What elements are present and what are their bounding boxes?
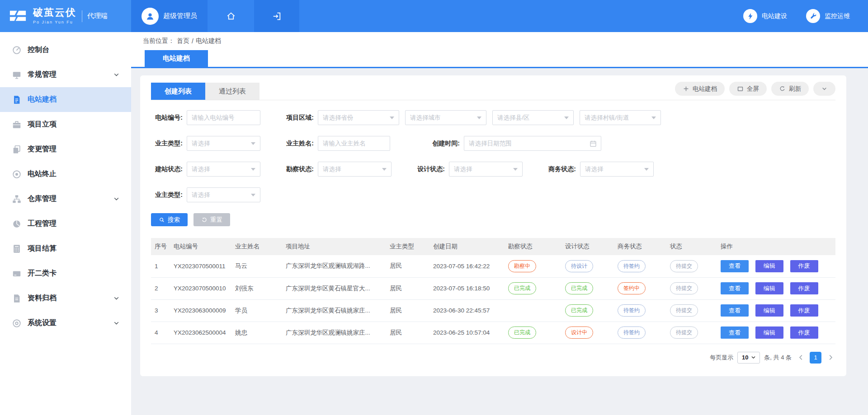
sidebar-item-station-archive[interactable]: 电站建档 [0,87,131,112]
edit-button[interactable]: 编辑 [755,282,783,294]
next-page-button[interactable] [826,352,835,364]
reset-icon [201,217,208,223]
owner-name-label: 业主姓名: [282,140,314,148]
pagination: 每页显示 10 条, 共 4 条 1 [151,352,835,364]
prev-page-button[interactable] [796,352,806,364]
cell-type: 居民 [386,255,429,277]
sitemap-icon [12,194,22,204]
caret-down-icon [382,168,387,171]
view-button[interactable]: 查看 [721,304,749,317]
breadcrumb-separator: / [192,37,193,45]
breadcrumb-home-link[interactable]: 首页 [177,37,189,45]
survey-status-badge: 已完成 [508,326,536,339]
town-select[interactable]: 请选择村镇/街道 [580,110,661,125]
search-button[interactable]: 搜索 [151,213,188,226]
sidebar-item-system-settings[interactable]: 系统设置 [0,311,131,336]
view-button[interactable]: 查看 [721,326,749,339]
sidebar-item-project-settlement[interactable]: 项目结算 [0,236,131,261]
user-avatar-icon [142,8,159,25]
cell-type: 居民 [386,299,429,322]
chevron-down-icon [113,294,120,302]
date-range-input[interactable] [464,136,601,151]
edit-button[interactable]: 编辑 [755,304,783,317]
business-status-badge: 待签约 [618,260,646,272]
fullscreen-icon [737,85,744,92]
sidebar-item-label: 开二类卡 [28,269,120,278]
nav-monitor-ops-label: 监控运维 [825,12,850,20]
view-button[interactable]: 查看 [721,282,749,294]
table-row: 1 YX2023070500011 马云 广东深圳龙华区观澜镇观湖路... 居民… [151,255,835,277]
col-status: 状态 [666,238,717,255]
fullscreen-button[interactable]: 全屏 [729,82,767,96]
refresh-icon [779,85,786,92]
sidebar-item-change-mgmt[interactable]: 变更管理 [0,137,131,162]
card-header: 创建列表 通过列表 电站建档 全屏 [151,82,835,100]
current-user[interactable]: 超级管理员 [131,0,208,32]
col-business: 商务状态 [614,238,666,255]
owner-type-select[interactable]: 请选择 [187,136,260,151]
calendar-icon [589,140,597,148]
view-button[interactable]: 查看 [721,260,749,272]
county-select[interactable]: 请选择县/区 [492,110,574,125]
void-button[interactable]: 作废 [790,326,818,339]
sidebar-item-general-mgmt[interactable]: 常规管理 [0,62,131,87]
tab-passed-list[interactable]: 通过列表 [205,83,259,100]
col-type: 业主类型 [386,238,429,255]
create-time-label: 创建时间: [428,140,460,148]
void-button[interactable]: 作废 [790,304,818,317]
edit-button[interactable]: 编辑 [755,260,783,272]
tab-station-archive[interactable]: 电站建档 [145,50,208,67]
sidebar-item-project-setup[interactable]: 项目立项 [0,112,131,137]
survey-status-select[interactable]: 请选择 [318,162,392,177]
reset-button[interactable]: 重置 [193,213,230,226]
tab-create-list[interactable]: 创建列表 [151,83,205,100]
province-select[interactable]: 请选择省份 [318,110,399,125]
owner-name-input[interactable] [318,136,390,151]
void-button[interactable]: 作废 [790,260,818,272]
brand-title: 破茧云伏 [33,8,76,18]
per-page-select[interactable]: 10 [737,352,760,364]
caret-down-icon [564,117,569,119]
stations-table: 序号 电站编号 业主姓名 项目地址 业主类型 创建日期 勘察状态 设计状态 商务… [151,238,835,344]
build-status-select[interactable]: 请选择 [187,162,260,177]
cell-sn: 3 [151,299,170,322]
design-status-select[interactable]: 请选择 [449,162,523,177]
business-status-select[interactable]: 请选择 [580,162,654,177]
brand-subtitle: Po Jian Yun Fu [33,20,76,24]
total-count-label: 条, 共 4 条 [764,354,792,362]
date-range-picker[interactable] [464,136,601,151]
edit-button[interactable]: 编辑 [755,326,783,339]
filter-row-3: 建站状态: 请选择 勘察状态: 请选择 设计状态: [151,162,835,177]
station-no-input[interactable] [187,110,260,125]
sidebar-item-label: 工程管理 [28,219,120,228]
design-status-badge: 待设计 [565,260,593,272]
filter-build-status: 建站状态: 请选择 [151,162,260,177]
void-button[interactable]: 作废 [790,282,818,294]
caret-down-icon [477,117,481,119]
search-icon [159,217,165,223]
owner-type2-select[interactable]: 请选择 [187,187,260,202]
card-toolbar: 电站建档 全屏 刷新 [675,82,835,100]
cell-owner: 学员 [231,299,282,322]
page-number-button[interactable]: 1 [810,352,821,364]
sidebar-item-engineering-mgmt[interactable]: 工程管理 [0,211,131,236]
sidebar-item-warehouse-mgmt[interactable]: 仓库管理 [0,187,131,211]
refresh-button[interactable]: 刷新 [771,82,809,96]
home-button[interactable] [208,0,254,32]
sidebar-item-console[interactable]: 控制台 [0,37,131,62]
caret-down-icon [751,355,756,360]
cell-address: 广东深圳龙华区黄石镇姚家庄... [282,299,386,322]
nav-monitor-ops[interactable]: 监控运维 [806,9,850,23]
collapse-toolbar-button[interactable] [813,82,835,96]
create-station-button[interactable]: 电站建档 [675,82,725,96]
sidebar-item-station-terminate[interactable]: 电站终止 [0,162,131,187]
sidebar-item-data-archive[interactable]: 资料归档 [0,286,131,311]
filter-survey-status: 勘察状态: 请选择 [282,162,392,177]
logout-button[interactable] [254,0,299,32]
user-name: 超级管理员 [163,12,197,20]
sidebar-item-label: 变更管理 [28,145,120,154]
caret-down-icon [251,168,255,171]
sidebar-item-class2-card[interactable]: 开二类卡 [0,261,131,286]
nav-station-build[interactable]: 电站建设 [743,9,787,23]
city-select[interactable]: 请选择城市 [405,110,486,125]
